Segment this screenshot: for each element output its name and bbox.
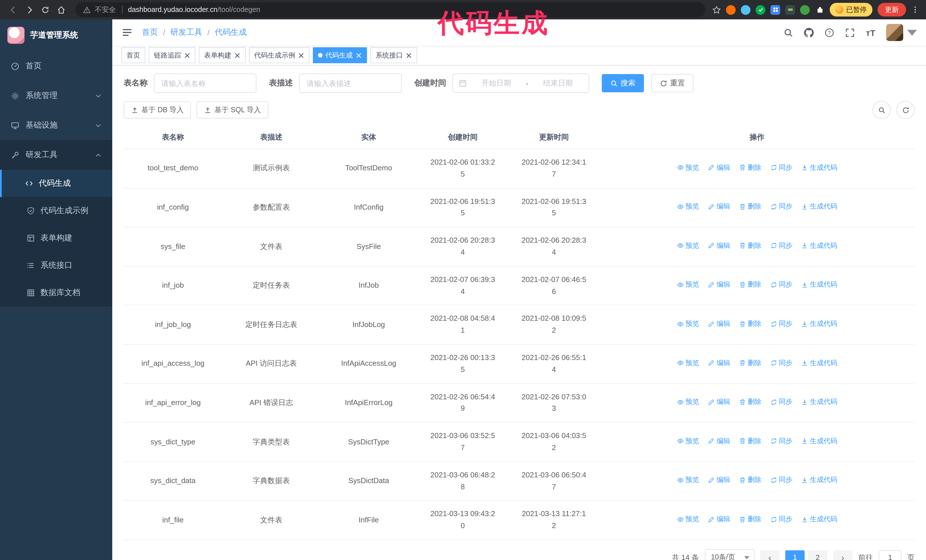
github-icon[interactable] bbox=[804, 28, 814, 37]
close-icon[interactable] bbox=[298, 52, 304, 58]
row-action-link[interactable]: 删除 bbox=[739, 318, 761, 329]
row-action-link[interactable]: 同步 bbox=[770, 162, 792, 173]
browser-forward-icon[interactable] bbox=[22, 3, 36, 17]
table-desc-input[interactable] bbox=[299, 74, 402, 93]
row-action-link[interactable]: 同步 bbox=[770, 240, 792, 251]
row-action-link[interactable]: 预览 bbox=[677, 201, 699, 212]
fullscreen-icon[interactable] bbox=[845, 28, 855, 37]
extension-icon-blue-grid[interactable] bbox=[770, 5, 780, 15]
bookmark-star-icon[interactable] bbox=[712, 5, 721, 14]
row-action-link[interactable]: 同步 bbox=[770, 475, 792, 486]
breadcrumb-section[interactable]: 研发工具 bbox=[170, 27, 202, 38]
sidebar-item-infra[interactable]: 基础设施 bbox=[0, 110, 112, 140]
search-button[interactable]: 搜索 bbox=[602, 74, 644, 92]
row-action-link[interactable]: 编辑 bbox=[708, 475, 730, 486]
question-icon[interactable] bbox=[825, 28, 835, 37]
sidebar-item-home[interactable]: 首页 bbox=[0, 51, 112, 81]
view-tab[interactable]: 代码生成示例 bbox=[249, 47, 309, 63]
row-action-link[interactable]: 删除 bbox=[739, 358, 761, 368]
sidebar-subitem[interactable]: 表单构建 bbox=[0, 225, 112, 252]
row-action-link[interactable]: 生成代码 bbox=[802, 279, 837, 290]
row-action-link[interactable]: 预览 bbox=[677, 279, 699, 290]
import-sql-button[interactable]: 基于 SQL 导入 bbox=[197, 101, 268, 118]
view-tab[interactable]: 链路追踪 bbox=[149, 47, 195, 63]
row-action-link[interactable]: 删除 bbox=[739, 514, 761, 525]
view-tab[interactable]: 表单构建 bbox=[199, 47, 246, 63]
row-action-link[interactable]: 同步 bbox=[770, 436, 792, 447]
date-range-picker[interactable]: 开始日期 - 结束日期 bbox=[452, 74, 589, 93]
extension-icon-dark[interactable] bbox=[785, 5, 795, 15]
row-action-link[interactable]: 删除 bbox=[739, 436, 761, 447]
extensions-puzzle-icon[interactable] bbox=[815, 5, 825, 15]
row-action-link[interactable]: 同步 bbox=[770, 397, 792, 408]
row-action-link[interactable]: 生成代码 bbox=[802, 358, 837, 368]
row-action-link[interactable]: 编辑 bbox=[708, 514, 730, 525]
row-action-link[interactable]: 编辑 bbox=[708, 318, 730, 329]
row-action-link[interactable]: 预览 bbox=[677, 240, 699, 251]
close-icon[interactable] bbox=[234, 52, 241, 58]
row-action-link[interactable]: 编辑 bbox=[708, 162, 730, 173]
user-menu[interactable] bbox=[886, 24, 917, 41]
row-action-link[interactable]: 生成代码 bbox=[802, 162, 837, 173]
extension-icon-green-leaf[interactable] bbox=[800, 5, 810, 15]
row-action-link[interactable]: 删除 bbox=[739, 279, 761, 290]
breadcrumb-home[interactable]: 首页 bbox=[142, 27, 158, 38]
row-action-link[interactable]: 预览 bbox=[677, 514, 699, 525]
page-size-select[interactable]: 10条/页 bbox=[705, 549, 755, 560]
search-icon[interactable] bbox=[784, 28, 793, 37]
row-action-link[interactable]: 同步 bbox=[770, 201, 792, 212]
reset-button[interactable]: 重置 bbox=[651, 74, 693, 92]
row-action-link[interactable]: 编辑 bbox=[708, 240, 730, 251]
browser-menu-icon[interactable] bbox=[911, 6, 919, 14]
toggle-search-button[interactable] bbox=[872, 101, 891, 119]
next-page-button[interactable]: › bbox=[833, 550, 852, 560]
table-name-input[interactable] bbox=[154, 74, 256, 93]
font-size-icon[interactable]: тT bbox=[866, 28, 875, 37]
row-action-link[interactable]: 删除 bbox=[739, 397, 761, 408]
paused-badge[interactable]: 已暂停 bbox=[830, 3, 872, 17]
row-action-link[interactable]: 生成代码 bbox=[802, 201, 837, 212]
sidebar-subitem[interactable]: 系统接口 bbox=[0, 252, 112, 279]
row-action-link[interactable]: 生成代码 bbox=[802, 514, 837, 525]
row-action-link[interactable]: 同步 bbox=[770, 514, 792, 525]
row-action-link[interactable]: 编辑 bbox=[708, 358, 730, 368]
view-tab[interactable]: 首页 bbox=[121, 47, 145, 63]
view-tab[interactable]: 系统接口 bbox=[371, 47, 417, 63]
extension-icon-orange[interactable] bbox=[726, 5, 736, 15]
hamburger-icon[interactable] bbox=[121, 27, 133, 38]
row-action-link[interactable]: 生成代码 bbox=[802, 240, 837, 251]
import-db-button[interactable]: 基于 DB 导入 bbox=[124, 101, 191, 118]
sidebar-item-devtools[interactable]: 研发工具 bbox=[0, 140, 112, 170]
sidebar-subitem[interactable]: 数据库文档 bbox=[0, 279, 112, 306]
update-button[interactable]: 更新 bbox=[878, 3, 906, 17]
row-action-link[interactable]: 编辑 bbox=[708, 397, 730, 408]
row-action-link[interactable]: 编辑 bbox=[708, 436, 730, 447]
row-action-link[interactable]: 编辑 bbox=[708, 201, 730, 212]
row-action-link[interactable]: 删除 bbox=[739, 201, 761, 212]
view-tab[interactable]: 代码生成 bbox=[313, 47, 367, 63]
refresh-table-button[interactable] bbox=[896, 101, 915, 119]
browser-back-icon[interactable] bbox=[6, 3, 21, 17]
row-action-link[interactable]: 同步 bbox=[770, 279, 792, 290]
row-action-link[interactable]: 生成代码 bbox=[802, 397, 837, 408]
row-action-link[interactable]: 预览 bbox=[677, 397, 699, 408]
prev-page-button[interactable]: ‹ bbox=[760, 550, 779, 560]
close-icon[interactable] bbox=[406, 52, 412, 58]
extension-icon-green-check[interactable] bbox=[756, 5, 765, 15]
row-action-link[interactable]: 预览 bbox=[677, 162, 699, 173]
row-action-link[interactable]: 生成代码 bbox=[802, 318, 837, 329]
row-action-link[interactable]: 删除 bbox=[739, 162, 761, 173]
row-action-link[interactable]: 删除 bbox=[739, 240, 761, 251]
page-number-button[interactable]: 1 bbox=[785, 550, 805, 560]
row-action-link[interactable]: 编辑 bbox=[708, 279, 730, 290]
row-action-link[interactable]: 删除 bbox=[739, 475, 761, 486]
row-action-link[interactable]: 同步 bbox=[770, 318, 792, 329]
extension-icon-blue-drop[interactable] bbox=[741, 5, 750, 15]
page-number-button[interactable]: 2 bbox=[808, 550, 828, 560]
row-action-link[interactable]: 同步 bbox=[770, 358, 792, 368]
browser-home-icon[interactable] bbox=[54, 3, 68, 17]
row-action-link[interactable]: 预览 bbox=[677, 436, 699, 447]
row-action-link[interactable]: 预览 bbox=[677, 358, 699, 368]
row-action-link[interactable]: 生成代码 bbox=[802, 475, 837, 486]
close-icon[interactable] bbox=[184, 52, 190, 58]
